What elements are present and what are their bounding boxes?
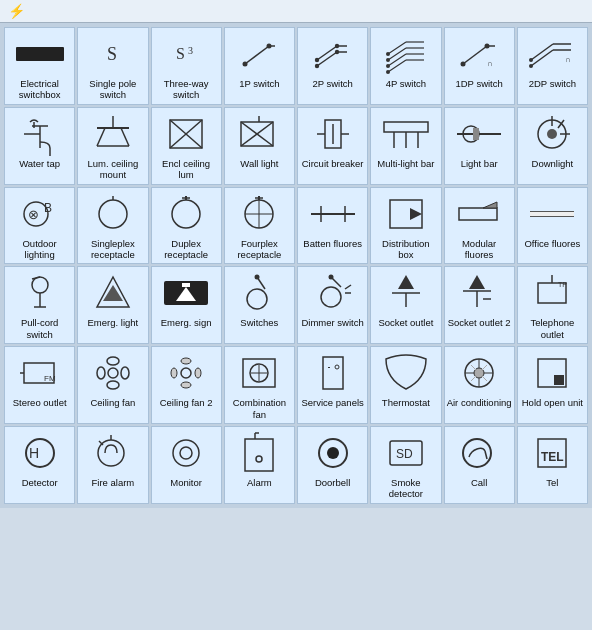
symbol-circuit-breaker (305, 112, 361, 156)
cell-4p-switch[interactable]: 4P switch (370, 27, 441, 105)
cell-tel[interactable]: TELTel (517, 426, 588, 504)
svg-point-107 (321, 287, 341, 307)
cell-outdoor-lighting[interactable]: ⊗BOutdoor lighting (4, 187, 75, 265)
label-emerg-light: Emerg. light (88, 317, 139, 328)
cell-combination-fan[interactable]: Combination fan (224, 346, 295, 424)
cell-ceiling-fan-2[interactable]: Ceiling fan 2 (151, 346, 222, 424)
cell-2dp-switch[interactable]: ∩2DP switch (517, 27, 588, 105)
cell-detector[interactable]: HDetector (4, 426, 75, 504)
cell-single-pole-switch[interactable]: SSingle pole switch (77, 27, 148, 105)
label-emerg-sign: Emerg. sign (161, 317, 212, 328)
symbol-downlight (524, 112, 580, 156)
cell-hold-open-unit[interactable]: Hold open unit (517, 346, 588, 424)
svg-point-132 (195, 368, 201, 378)
cell-circuit-breaker[interactable]: Circuit breaker (297, 107, 368, 185)
symbol-light-bar (451, 112, 507, 156)
cell-emerg-light[interactable]: Emerg. light (77, 266, 148, 344)
symbol-emerg-sign (158, 271, 214, 315)
svg-point-125 (108, 368, 118, 378)
svg-point-36 (529, 64, 533, 68)
svg-rect-67 (473, 128, 479, 140)
cell-singleplex-receptacle[interactable]: Singleplex receptacle (77, 187, 148, 265)
label-ceiling-fan-2: Ceiling fan 2 (160, 397, 213, 408)
cell-batten-fluores[interactable]: Batten fluores (297, 187, 368, 265)
label-outdoor-lighting: Outdoor lighting (7, 238, 72, 261)
cell-distribution-box[interactable]: Distribution box (370, 187, 441, 265)
cell-dimmer-switch[interactable]: Dimmer switch (297, 266, 368, 344)
svg-point-34 (529, 58, 533, 62)
cell-monitor[interactable]: Monitor (151, 426, 222, 504)
cell-lum-ceiling-mount[interactable]: Lum. ceiling mount (77, 107, 148, 185)
label-single-pole-switch: Single pole switch (80, 78, 145, 101)
cell-duplex-receptacle[interactable]: Duplex receptacle (151, 187, 222, 265)
symbol-2p-switch (305, 32, 361, 76)
symbol-office-fluores (524, 192, 580, 236)
svg-point-131 (181, 358, 191, 364)
cell-socket-outlet[interactable]: Socket outlet (370, 266, 441, 344)
svg-point-21 (386, 64, 390, 68)
label-light-bar: Light bar (461, 158, 498, 169)
cell-air-conditioning[interactable]: Air conditioning (444, 346, 515, 424)
label-4p-switch: 4P switch (386, 78, 426, 89)
cell-service-panels[interactable]: Service panels (297, 346, 368, 424)
label-telephone-outlet: Telephone outlet (520, 317, 585, 340)
cell-alarm[interactable]: Alarm (224, 426, 295, 504)
svg-point-23 (386, 70, 390, 74)
cell-light-bar[interactable]: Light bar (444, 107, 515, 185)
svg-point-12 (314, 64, 318, 68)
cell-three-way-switch[interactable]: S3Three-way switch (151, 27, 222, 105)
label-combination-fan: Combination fan (227, 397, 292, 420)
cell-socket-outlet-2[interactable]: Socket outlet 2 (444, 266, 515, 344)
svg-point-19 (386, 58, 390, 62)
label-ceiling-fan: Ceiling fan (90, 397, 135, 408)
cell-2p-switch[interactable]: 2P switch (297, 27, 368, 105)
svg-text:FM: FM (44, 374, 56, 383)
label-pull-cord-switch: Pull-cord switch (7, 317, 72, 340)
cell-downlight[interactable]: Downlight (517, 107, 588, 185)
cell-emerg-sign[interactable]: Emerg. sign (151, 266, 222, 344)
cell-wall-light[interactable]: Wall light (224, 107, 295, 185)
cell-telephone-outlet[interactable]: TPTelephone outlet (517, 266, 588, 344)
cell-encl-ceiling-lum[interactable]: Encl ceiling lum (151, 107, 222, 185)
label-water-tap: Water tap (19, 158, 60, 169)
cell-call[interactable]: Call (444, 426, 515, 504)
cell-stereo-outlet[interactable]: FMStereo outlet (4, 346, 75, 424)
cell-1p-switch[interactable]: 1P switch (224, 27, 295, 105)
cell-fire-alarm[interactable]: Fire alarm (77, 426, 148, 504)
svg-point-160 (256, 456, 262, 462)
cell-ceiling-fan[interactable]: Ceiling fan (77, 346, 148, 424)
label-three-way-switch: Three-way switch (154, 78, 219, 101)
svg-line-110 (345, 285, 351, 289)
symbol-tel: TEL (524, 431, 580, 475)
cell-office-fluores[interactable]: Office fluores (517, 187, 588, 265)
label-tel: Tel (546, 477, 558, 488)
cell-doorbell[interactable]: Doorbell (297, 426, 368, 504)
cell-1dp-switch[interactable]: ∩1DP switch (444, 27, 515, 105)
cell-smoke-detector[interactable]: SDSmoke detector (370, 426, 441, 504)
symbol-fourplex-receptacle (231, 192, 287, 236)
label-doorbell: Doorbell (315, 477, 350, 488)
cell-pull-cord-switch[interactable]: Pull-cord switch (4, 266, 75, 344)
cell-water-tap[interactable]: Water tap (4, 107, 75, 185)
svg-line-28 (463, 46, 487, 64)
symbol-three-way-switch: S3 (158, 32, 214, 76)
svg-rect-157 (245, 439, 273, 471)
symbol-outdoor-lighting: ⊗B (12, 192, 68, 236)
symbol-service-panels (305, 351, 361, 395)
svg-text:S: S (107, 44, 117, 64)
svg-point-129 (97, 367, 105, 379)
svg-text:∩: ∩ (565, 55, 571, 64)
symbol-detector: H (12, 431, 68, 475)
label-office-fluores: Office fluores (524, 238, 580, 249)
svg-point-141 (335, 365, 339, 369)
svg-point-162 (327, 447, 339, 459)
cell-modular-fluores[interactable]: Modular fluores (444, 187, 515, 265)
symbol-call (451, 431, 507, 475)
cell-thermostat[interactable]: Thermostat (370, 346, 441, 424)
cell-switches[interactable]: Switches (224, 266, 295, 344)
title-bar: ⚡ (0, 0, 592, 23)
cell-electrical-switchbox[interactable]: Electrical switchbox (4, 27, 75, 105)
label-modular-fluores: Modular fluores (447, 238, 512, 261)
cell-multi-light-bar[interactable]: Multi-light bar (370, 107, 441, 185)
cell-fourplex-receptacle[interactable]: Fourplex receptacle (224, 187, 295, 265)
